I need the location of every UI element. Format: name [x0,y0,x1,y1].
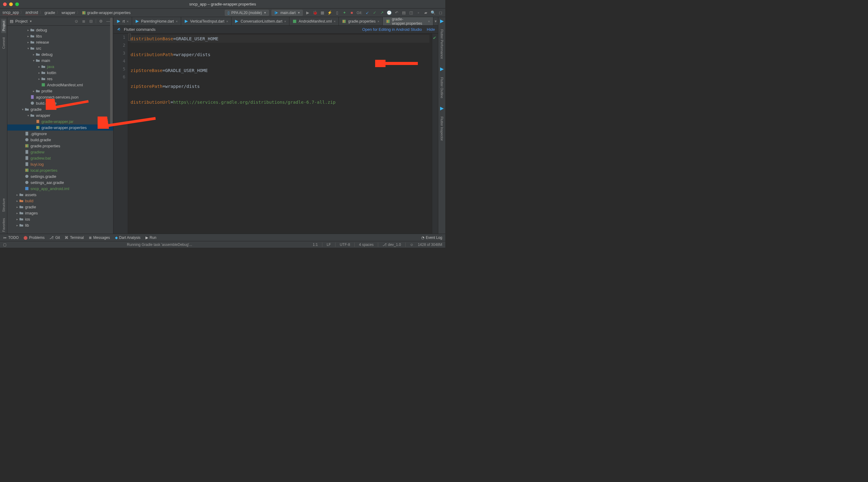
memory-indicator[interactable]: 1428 of 3048M [418,243,442,247]
face-icon[interactable]: ☺ [410,243,413,247]
editor-gutter[interactable]: 123456 [114,34,128,234]
editor-tab[interactable]: ConversationListItem.dart× [231,17,289,25]
git-push-icon[interactable]: ↗ [379,10,384,15]
tool-window-favorites[interactable]: Favorites [1,216,6,234]
run-icon[interactable]: ▶ [305,10,310,15]
toolbar-icon[interactable]: ▤ [401,10,406,15]
tree-expand-icon[interactable]: ▸ [26,34,30,38]
git-rollback-icon[interactable]: ↶ [394,10,399,15]
tree-expand-icon[interactable]: ▸ [15,217,19,221]
breadcrumb-item[interactable]: gradle-wrapper.properties [87,11,130,15]
expand-all-icon[interactable]: ≣ [81,19,86,24]
editor-tab[interactable]: VerticalTextInput.dart× [181,17,232,25]
tree-item[interactable]: ▸kotlin [7,69,113,76]
editor-tab[interactable]: AndroidManifest.xml× [289,17,339,25]
tree-expand-icon[interactable]: ▸ [32,89,35,93]
file-encoding[interactable]: UTF-8 [340,243,350,247]
git-commit-icon[interactable]: ✓ [372,10,377,15]
run-config-selector[interactable]: main.dart ▼ [272,10,303,16]
hide-flutter-bar-link[interactable]: Hide [427,27,435,32]
tree-expand-icon[interactable]: ▸ [37,77,41,81]
git-branch[interactable]: ⎇ dev_1.0 [382,243,401,247]
project-panel-title[interactable]: Project [15,19,27,24]
tree-expand-icon[interactable]: ▸ [26,40,30,44]
breadcrumb-item[interactable]: wrapper [62,11,75,15]
select-opened-file-icon[interactable]: ⊙ [74,19,79,24]
problems-tool-button[interactable]: ⬤Problems [24,236,44,240]
tree-item[interactable]: ▸ios [7,216,113,222]
tool-window-project[interactable]: Project [1,19,6,33]
tool-windows-icon[interactable]: ▢ [3,243,6,247]
git-tool-button[interactable]: ⎇Git [50,236,60,240]
toolbar-icon[interactable]: ▰ [423,10,428,15]
tree-item[interactable]: agconnect-services.json [7,94,113,100]
tree-item[interactable]: ▾src [7,45,113,51]
close-tab-icon[interactable]: × [428,20,430,23]
breadcrumb-item[interactable]: sncp_app [2,10,19,15]
tree-item[interactable]: ▸debug [7,51,113,57]
git-update-icon[interactable]: ↙ [365,10,370,15]
tree-item[interactable]: gradlew [7,149,113,155]
device-selector[interactable]: ▯ PPA AL20 (mobile) ▼ [225,10,269,16]
indent-setting[interactable]: 4 spaces [359,243,374,247]
tree-item[interactable]: ▸res [7,76,113,82]
event-log-button[interactable]: ◔Event Log [421,236,442,240]
tree-item[interactable]: gradle-wrapper.properties [7,124,113,130]
close-tab-icon[interactable]: × [127,20,128,23]
tree-item[interactable]: local.properties [7,167,113,173]
close-tab-icon[interactable]: × [176,20,178,23]
tree-item[interactable]: ▸lib [7,222,113,228]
avatar-icon[interactable]: ◻ [438,10,443,15]
open-android-studio-link[interactable]: Open for Editing in Android Studio [362,27,422,32]
dart-analysis-tool-button[interactable]: ◆Dart Analysis [115,236,141,240]
tree-expand-icon[interactable]: ▸ [15,223,19,227]
project-tree[interactable]: ▸debug▸libs▸release▾src▸debug▾main▸java▸… [7,26,113,230]
tree-expand-icon[interactable]: ▸ [15,211,19,215]
tree-item[interactable]: ▾main [7,57,113,63]
tree-expand-icon[interactable]: ▸ [37,71,41,74]
todo-tool-button[interactable]: ≔TODO [3,236,19,240]
tree-item[interactable]: settings.gradle [7,173,113,179]
tool-window-flutter-inspector[interactable]: Flutter Inspector [439,115,444,143]
git-history-icon[interactable]: 🕘 [387,10,392,15]
tool-window-flutter-outline[interactable]: Flutter Outline [439,76,444,100]
breadcrumb-item[interactable]: android [25,10,38,15]
hot-reload-icon[interactable]: ⚡ [327,10,332,15]
tool-window-flutter-perf[interactable]: Flutter Performance [439,27,444,61]
tree-item[interactable]: ▾gradle [7,106,113,112]
tree-expand-icon[interactable]: ▸ [32,53,35,56]
close-tab-icon[interactable]: × [334,20,336,23]
tree-item[interactable]: ▸build [7,198,113,204]
tree-expand-icon[interactable]: ▾ [26,114,30,117]
inspection-gutter[interactable]: ✔ [432,34,438,234]
close-tab-icon[interactable]: × [226,20,228,23]
tree-item[interactable]: AndroidManifest.xml [7,82,113,88]
tree-item[interactable]: ▸images [7,210,113,216]
tree-item[interactable]: ▸gradle [7,204,113,210]
tree-item[interactable]: liuyi.log [7,161,113,167]
tree-item[interactable]: settings_aar.gradle [7,179,113,185]
tab-dropdown-icon[interactable]: ▾ [433,17,438,25]
tree-item[interactable]: ▸profile [7,88,113,94]
flutter-attach-icon[interactable]: ✦ [342,10,347,15]
run-tool-button[interactable]: ▶Run [146,236,156,240]
tree-item[interactable]: gradle-wrapper.jar [7,118,113,124]
collapse-all-icon[interactable]: ⊟ [88,19,93,24]
tree-expand-icon[interactable]: ▾ [26,47,30,50]
stop-icon[interactable]: ■ [349,10,354,15]
tool-window-commit[interactable]: Commit [1,35,6,51]
editor-tab[interactable]: gradle.properties× [339,17,383,25]
close-tab-icon[interactable]: × [378,20,379,23]
editor-tab[interactable]: gradle-wrapper.properties× [383,17,433,25]
caret-position[interactable]: 1:1 [313,243,318,247]
editor-tab[interactable]: rt× [114,17,132,25]
close-tab-icon[interactable]: × [284,20,286,23]
tree-item[interactable]: gradle.properties [7,143,113,149]
toolbar-icon[interactable]: ◫ [409,10,413,15]
tree-item[interactable]: build.gradle [7,100,113,106]
tree-expand-icon[interactable]: ▾ [21,108,24,111]
coverage-icon[interactable]: ▦ [320,10,325,15]
tree-expand-icon[interactable]: ▸ [37,65,41,68]
tree-expand-icon[interactable]: ▸ [15,193,19,197]
debug-icon[interactable]: 🐞 [313,10,317,15]
